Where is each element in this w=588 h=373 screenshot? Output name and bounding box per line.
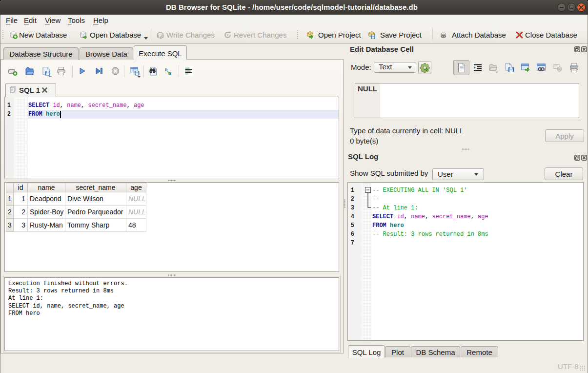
svg-text:b: b	[165, 66, 168, 72]
